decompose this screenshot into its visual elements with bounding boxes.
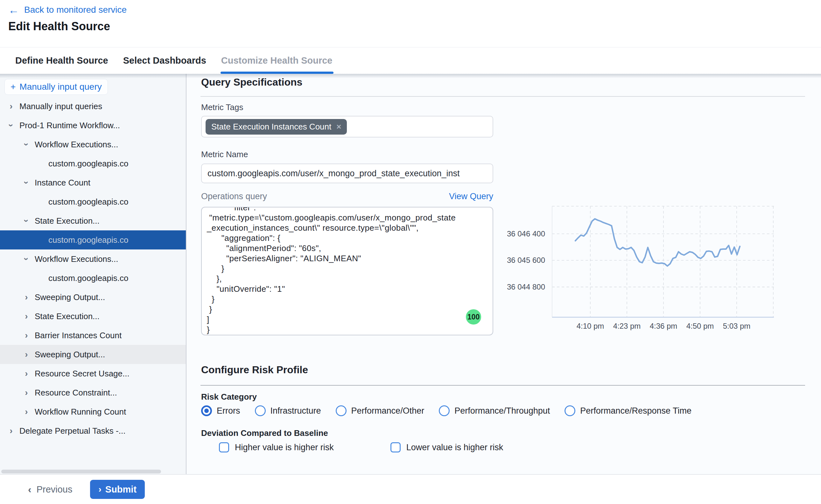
plus-icon: + <box>11 82 16 92</box>
radio-label: Errors <box>217 406 240 416</box>
tree-item-label: Barrier Instances Count <box>35 331 122 340</box>
tree-item[interactable]: › Prod-1 Runtime Workflow... <box>0 116 186 135</box>
tree-item[interactable]: › Instance Count <box>0 173 186 192</box>
tree-item[interactable]: › Workflow Executions... <box>0 135 186 154</box>
tree-item-label: custom.googleapis.co <box>48 197 128 207</box>
radio-icon[interactable] <box>255 405 266 416</box>
submit-button-label: Submit <box>105 484 137 495</box>
y-axis-tick-label: 36 046 400 <box>507 229 545 238</box>
add-manual-query-button[interactable]: + Manually input query <box>4 79 108 95</box>
chevron-icon[interactable]: › <box>22 368 31 379</box>
checkbox-icon[interactable] <box>219 442 229 452</box>
chevron-icon[interactable]: › <box>7 426 15 436</box>
tree-item[interactable]: › Barrier Instances Count <box>0 326 186 345</box>
deviation-checkbox[interactable]: Lower value is higher risk <box>390 442 503 452</box>
operations-query-text: "filter": "metric.type=\"custom.googleap… <box>202 207 493 335</box>
deviation-label: Deviation Compared to Baseline <box>201 428 328 438</box>
radio-icon[interactable] <box>439 405 450 416</box>
tab-select-dashboards[interactable]: Select Dashboards <box>123 47 206 74</box>
chevron-icon[interactable]: › <box>7 101 15 111</box>
tree-item-label: State Execution... <box>35 311 100 321</box>
section-divider <box>200 96 805 97</box>
wizard-footer: ‹ Previous › Submit <box>0 474 821 504</box>
tree-item[interactable]: › Resource Constraint... <box>0 383 186 402</box>
tree-item[interactable]: custom.googleapis.co <box>0 269 186 288</box>
metric-name-label: Metric Name <box>201 150 248 159</box>
operations-query-textarea[interactable]: "filter": "metric.type=\"custom.googleap… <box>201 207 493 335</box>
previous-button[interactable]: ‹ Previous <box>28 484 72 495</box>
tree-item[interactable]: › Delegate Perpetual Tasks -... <box>0 421 186 440</box>
tree-item-label: Instance Count <box>35 178 90 188</box>
operations-query-label: Operations query <box>201 192 267 201</box>
chevron-icon[interactable]: › <box>21 255 32 263</box>
chevron-icon[interactable]: › <box>22 330 31 340</box>
radio-label: Performance/Other <box>351 406 425 416</box>
wizard-tab-bar: Define Health Source Select Dashboards C… <box>0 47 821 74</box>
tree-item[interactable]: custom.googleapis.co <box>0 154 186 173</box>
y-axis-tick-label: 36 045 600 <box>507 256 545 264</box>
chevron-icon[interactable]: › <box>22 349 31 360</box>
tree-item-label: Sweeping Output... <box>35 350 105 360</box>
tree-item[interactable]: › Workflow Executions... <box>0 249 186 269</box>
tree-item[interactable]: › Sweeping Output... <box>0 345 186 364</box>
tree-item[interactable]: › Workflow Running Count <box>0 402 186 421</box>
back-arrow-icon: ← <box>8 4 19 15</box>
sidebar-horizontal-scrollbar[interactable] <box>1 470 161 473</box>
risk-category-radio[interactable]: Performance/Other <box>336 405 425 416</box>
tab-define-health-source[interactable]: Define Health Source <box>15 47 108 74</box>
tree-item-label: custom.googleapis.co <box>48 159 128 169</box>
chevron-icon[interactable]: › <box>21 140 32 149</box>
chevron-icon[interactable]: › <box>22 311 31 321</box>
deviation-checkbox[interactable]: Higher value is higher risk <box>219 442 334 452</box>
metric-tags-input[interactable]: State Execution Instances Count × <box>201 116 493 137</box>
back-link-label: Back to monitored service <box>24 5 127 15</box>
radio-icon[interactable] <box>336 405 347 416</box>
tree-item[interactable]: custom.googleapis.co <box>0 230 186 249</box>
radio-label: Performance/Throughput <box>454 406 550 416</box>
tree-item[interactable]: › Resource Secret Usage... <box>0 364 186 383</box>
risk-category-radio-group: Errors Infrastructure Performance/Other … <box>201 405 691 416</box>
x-axis-tick-label: 5:03 pm <box>723 322 751 330</box>
chip-remove-icon[interactable]: × <box>336 122 341 132</box>
tree-item[interactable]: › Sweeping Output... <box>0 288 186 307</box>
y-axis-tick-label: 36 044 800 <box>507 283 545 291</box>
chevron-icon[interactable]: › <box>21 217 32 225</box>
x-axis-tick-label: 4:23 pm <box>613 322 641 330</box>
tab-customize-health-source[interactable]: Customize Health Source <box>221 47 333 74</box>
tree-item-label: Manually input queries <box>19 101 102 111</box>
metric-name-field[interactable]: custom.googleapis.com/user/x_mongo_prod_… <box>201 164 493 183</box>
risk-category-radio[interactable]: Performance/Throughput <box>439 405 550 416</box>
view-query-link[interactable]: View Query <box>449 192 493 201</box>
chevron-icon[interactable]: › <box>6 121 16 129</box>
chevron-icon[interactable]: › <box>22 388 31 398</box>
tree-item[interactable]: custom.googleapis.co <box>0 192 186 211</box>
radio-icon[interactable] <box>565 405 575 416</box>
chevron-icon[interactable]: › <box>21 179 32 187</box>
risk-category-radio[interactable]: Performance/Response Time <box>565 405 691 416</box>
checkbox-icon[interactable] <box>390 442 401 452</box>
tree-item-label: custom.googleapis.co <box>48 273 128 283</box>
submit-button[interactable]: › Submit <box>90 480 145 499</box>
back-to-monitored-service-link[interactable]: ← Back to monitored service <box>8 4 127 15</box>
tree-item-label: custom.googleapis.co <box>48 235 128 245</box>
metric-tag-chip: State Execution Instances Count × <box>206 119 347 135</box>
radio-icon[interactable] <box>201 405 212 416</box>
page-title: Edit Health Source <box>8 20 110 33</box>
tree-item[interactable]: › State Execution... <box>0 307 186 326</box>
tree-item-label: State Execution... <box>35 216 100 226</box>
radio-label: Infrastructure <box>270 406 321 416</box>
tree-item-label: Resource Secret Usage... <box>35 369 130 379</box>
tree-item-label: Sweeping Output... <box>35 292 105 302</box>
risk-category-label: Risk Category <box>201 392 257 402</box>
section-divider <box>200 385 805 386</box>
metric-tags-label: Metric Tags <box>201 102 243 112</box>
tree-item-label: Resource Constraint... <box>35 388 117 398</box>
tree-item[interactable]: › State Execution... <box>0 211 186 230</box>
risk-category-radio[interactable]: Errors <box>201 405 240 416</box>
chevron-icon[interactable]: › <box>22 407 31 417</box>
metric-chart: 36 046 40036 045 60036 044 8004:10 pm4:2… <box>503 204 783 334</box>
chevron-icon[interactable]: › <box>22 292 31 302</box>
risk-category-radio[interactable]: Infrastructure <box>255 405 321 416</box>
tree-item[interactable]: › Manually input queries <box>0 97 186 116</box>
checkbox-label: Higher value is higher risk <box>235 443 334 452</box>
